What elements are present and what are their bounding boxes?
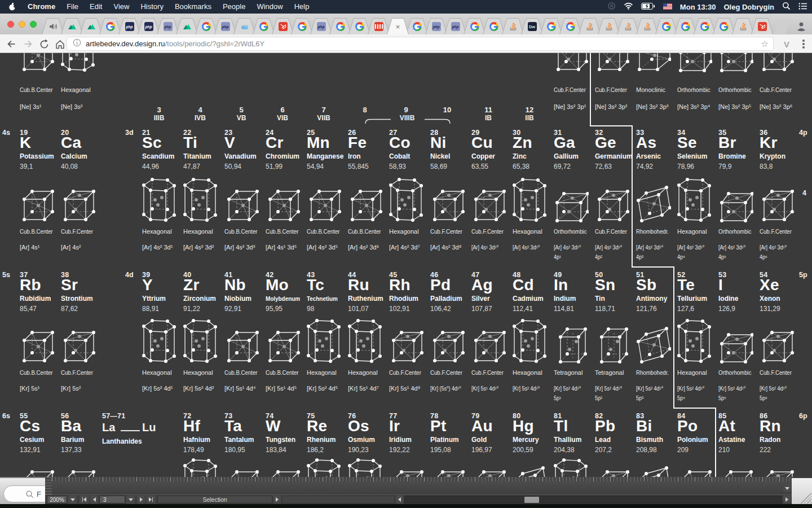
element-symbol[interactable]: Sr bbox=[61, 277, 78, 292]
element-symbol[interactable]: Rn bbox=[760, 418, 781, 433]
tab-nuxt[interactable] bbox=[176, 18, 198, 34]
url-field[interactable]: artlebedev.dev.design.ru/tools/periodic/… bbox=[67, 37, 774, 51]
element-symbol[interactable]: Tl bbox=[554, 418, 568, 433]
element-symbol[interactable]: Sb bbox=[636, 277, 656, 292]
apple-menu-icon[interactable] bbox=[0, 2, 22, 11]
tab-stackoverflow[interactable] bbox=[636, 18, 658, 34]
spotlight-icon[interactable] bbox=[782, 2, 791, 12]
element-symbol[interactable]: Rb bbox=[20, 277, 41, 292]
element-symbol[interactable]: Sn bbox=[595, 277, 615, 292]
element-symbol[interactable]: In bbox=[554, 277, 568, 292]
tab-php-light[interactable]: php bbox=[444, 18, 466, 34]
element-symbol[interactable]: Ta bbox=[224, 418, 242, 433]
element-symbol[interactable]: Ti bbox=[183, 135, 197, 150]
element-symbol[interactable]: Kr bbox=[760, 135, 778, 150]
horizontal-scrollbar[interactable] bbox=[404, 496, 782, 503]
tab-google[interactable] bbox=[464, 18, 486, 34]
menu-app-name[interactable]: Chrome bbox=[22, 0, 61, 14]
element-symbol[interactable]: Nb bbox=[224, 277, 246, 292]
menu-history[interactable]: History bbox=[135, 0, 169, 14]
selection-mode-field[interactable]: Selection bbox=[157, 496, 272, 503]
tab-google[interactable] bbox=[253, 18, 275, 34]
next-page-button[interactable] bbox=[137, 496, 145, 503]
element-symbol[interactable]: Ni bbox=[430, 135, 447, 150]
battery-icon[interactable] bbox=[641, 3, 655, 11]
close-tab-icon[interactable]: × bbox=[396, 23, 400, 30]
window-close-button[interactable] bbox=[7, 21, 14, 28]
menu-edit[interactable]: Edit bbox=[84, 0, 108, 14]
element-symbol[interactable]: Rh bbox=[389, 277, 411, 292]
element-symbol[interactable]: Au bbox=[471, 418, 493, 433]
tab-laravel[interactable] bbox=[272, 18, 294, 34]
element-symbol[interactable]: Re bbox=[307, 418, 327, 433]
menu-extra-icon[interactable] bbox=[607, 2, 616, 12]
tab-google[interactable] bbox=[406, 18, 428, 34]
element-symbol[interactable]: Cd bbox=[513, 277, 534, 292]
element-symbol[interactable]: Cs bbox=[20, 418, 40, 433]
tab-nuxt[interactable] bbox=[61, 18, 83, 34]
element-symbol[interactable]: Sc bbox=[142, 135, 162, 150]
tab-google[interactable] bbox=[674, 18, 696, 34]
menu-bookmarks[interactable]: Bookmarks bbox=[169, 0, 217, 14]
element-symbol[interactable]: Po bbox=[677, 418, 698, 433]
tab-stackoverflow[interactable] bbox=[502, 18, 524, 34]
tab-php-light[interactable]: php bbox=[214, 18, 236, 34]
element-symbol[interactable]: Ge bbox=[595, 135, 616, 150]
new-tab-button[interactable] bbox=[774, 19, 789, 34]
tab-google[interactable] bbox=[559, 18, 581, 34]
tab-cloud[interactable] bbox=[233, 18, 255, 34]
element-symbol[interactable]: At bbox=[718, 418, 735, 433]
element-symbol[interactable]: Bi bbox=[636, 418, 652, 433]
element-symbol[interactable]: Te bbox=[677, 277, 695, 292]
menu-file[interactable]: File bbox=[61, 0, 84, 14]
element-symbol[interactable]: K bbox=[20, 135, 32, 150]
tab-google[interactable] bbox=[329, 18, 351, 34]
element-symbol[interactable]: Pb bbox=[595, 418, 615, 433]
menu-people[interactable]: People bbox=[217, 0, 251, 14]
tab-nuxt[interactable] bbox=[80, 18, 102, 34]
reload-button[interactable] bbox=[37, 37, 51, 51]
tab-google[interactable] bbox=[291, 18, 313, 34]
element-symbol[interactable]: I bbox=[718, 277, 723, 292]
tab-dw[interactable]: Dw bbox=[521, 18, 543, 34]
tab-red-bars[interactable] bbox=[368, 18, 390, 34]
zoom-dropdown-button[interactable] bbox=[68, 496, 77, 503]
zoom-level-box[interactable]: 200% bbox=[47, 496, 67, 503]
tab-google[interactable] bbox=[483, 18, 505, 34]
element-symbol[interactable]: Tc bbox=[307, 277, 324, 292]
tab-php-light[interactable]: php bbox=[310, 18, 332, 34]
tab-php-light[interactable]: php bbox=[157, 18, 179, 34]
clock[interactable]: Mon 13:30 bbox=[680, 3, 716, 11]
user-name[interactable]: Oleg Dobrygin bbox=[723, 3, 774, 11]
element-symbol[interactable]: V bbox=[224, 135, 235, 150]
element-symbol[interactable]: Br bbox=[718, 135, 736, 150]
element-symbol[interactable]: Zn bbox=[513, 135, 532, 150]
search-field[interactable]: F bbox=[3, 485, 45, 502]
window-minimize-button[interactable] bbox=[19, 21, 25, 28]
scrollbar-thumb[interactable] bbox=[524, 497, 539, 503]
scroll-right-button[interactable] bbox=[783, 496, 791, 503]
profile-avatar[interactable] bbox=[794, 19, 809, 33]
tab-google[interactable] bbox=[348, 18, 370, 34]
back-button[interactable] bbox=[5, 37, 18, 51]
tab-laravel[interactable] bbox=[751, 18, 773, 34]
browser-menu-icon[interactable] bbox=[798, 38, 809, 50]
prev-page-button[interactable] bbox=[90, 496, 98, 503]
element-symbol[interactable]: Zr bbox=[183, 277, 200, 292]
menu-help[interactable]: Help bbox=[289, 0, 315, 14]
bookmark-star-icon[interactable]: ☆ bbox=[761, 39, 769, 49]
tab-stackoverflow[interactable] bbox=[579, 18, 601, 34]
element-symbol[interactable]: Ga bbox=[554, 135, 575, 150]
element-symbol[interactable]: Os bbox=[348, 418, 369, 433]
tab-php-light[interactable]: php bbox=[425, 18, 447, 34]
menu-view[interactable]: View bbox=[108, 0, 135, 14]
element-symbol[interactable]: Ir bbox=[389, 418, 400, 433]
lanthanide-to[interactable]: Lu bbox=[142, 421, 156, 434]
last-page-button[interactable] bbox=[146, 496, 156, 503]
element-symbol[interactable]: Xe bbox=[760, 277, 779, 292]
tab-google[interactable] bbox=[195, 18, 217, 34]
selection-next-button[interactable] bbox=[273, 496, 281, 503]
home-button[interactable] bbox=[53, 37, 67, 51]
tab-stackoverflow[interactable] bbox=[732, 18, 754, 34]
tab-google[interactable] bbox=[694, 18, 716, 34]
